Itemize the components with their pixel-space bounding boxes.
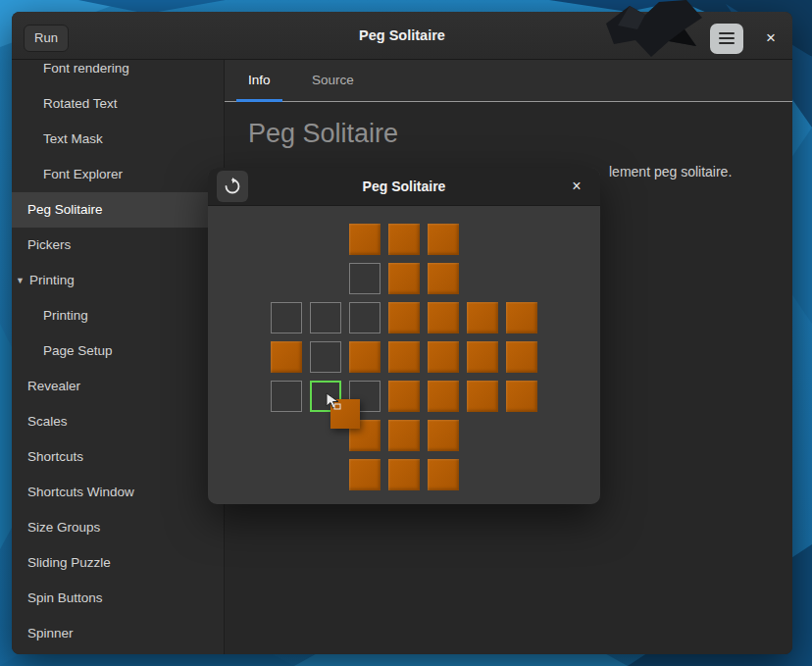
peg[interactable] [349, 224, 381, 255]
peg[interactable] [428, 224, 459, 255]
sidebar-item-label: Spin Buttons [27, 590, 103, 605]
peg[interactable] [506, 302, 537, 333]
sidebar-item-label: Scales [27, 414, 68, 429]
peg[interactable] [349, 341, 381, 373]
sidebar-item-spinner[interactable]: Spinner [12, 616, 224, 651]
sidebar-item-printing[interactable]: Printing [12, 298, 224, 333]
dialog-close-button[interactable]: × [563, 171, 590, 202]
sidebar-item-page-setup[interactable]: Page Setup [12, 333, 224, 369]
sidebar-item-pickers[interactable]: Pickers [12, 228, 224, 263]
peg[interactable] [467, 302, 498, 333]
peg-solitaire-dialog: Peg Solitaire × [208, 168, 600, 504]
sidebar-item-label: Printing [29, 273, 75, 287]
expander-arrow-icon[interactable]: ▼ [16, 263, 25, 298]
sidebar-item-label: Font rendering [43, 61, 129, 76]
sidebar-item-label: Shortcuts [27, 449, 83, 464]
sidebar-item-label: Page Setup [43, 343, 113, 358]
sidebar-item-font-explorer[interactable]: Font Explorer [12, 157, 224, 192]
peg[interactable] [388, 459, 420, 490]
sidebar-item-label: Sliding Puzzle [27, 555, 111, 570]
sidebar-item-sliding-puzzle[interactable]: Sliding Puzzle [12, 545, 224, 581]
sidebar-item-label: Spinner [27, 626, 74, 640]
peg[interactable] [506, 341, 537, 373]
desktop: { "colors": { "accent_blue": "#3584e4", … [0, 0, 812, 666]
page-title: Peg Solitaire [248, 119, 398, 149]
sidebar-item-label: Font Explorer [43, 167, 123, 181]
sidebar-item-label: Text Mask [43, 131, 103, 146]
hole[interactable] [310, 341, 341, 373]
sidebar-item-label: Shortcuts Window [27, 485, 134, 499]
sidebar-item-label: Revealer [27, 379, 80, 393]
peg[interactable] [349, 459, 381, 490]
sidebar-item-revealer[interactable]: Revealer [12, 369, 224, 404]
hole[interactable] [271, 381, 302, 412]
peg[interactable] [428, 420, 459, 451]
drag-cursor-icon [324, 391, 343, 411]
peg[interactable] [388, 341, 420, 373]
peg[interactable] [428, 459, 459, 490]
hole[interactable] [349, 302, 381, 333]
description-text: lement peg solitaire. [609, 164, 732, 179]
sidebar: Font renderingRotated TextText MaskFont … [12, 60, 225, 654]
hole[interactable] [349, 263, 381, 294]
window-close-button[interactable]: × [755, 24, 787, 54]
hole[interactable] [271, 302, 302, 333]
sidebar-item-peg-solitaire[interactable]: Peg Solitaire [12, 192, 224, 228]
peg[interactable] [428, 381, 459, 412]
window-title: Peg Solitaire [12, 12, 792, 59]
primary-menu-button[interactable] [710, 24, 743, 54]
tab-bar: InfoSource [225, 60, 792, 102]
board [208, 205, 600, 504]
hole[interactable] [310, 302, 341, 333]
peg[interactable] [388, 302, 420, 333]
peg[interactable] [506, 381, 537, 412]
sidebar-item-shortcuts[interactable]: Shortcuts [12, 439, 224, 475]
sidebar-item-font-rendering[interactable]: Font rendering [12, 60, 224, 86]
tab-source[interactable]: Source [312, 60, 354, 101]
sidebar-item-label: Pickers [27, 237, 71, 252]
sidebar-list: Font renderingRotated TextText MaskFont … [12, 60, 224, 651]
sidebar-item-printing[interactable]: ▼Printing [12, 263, 224, 298]
peg[interactable] [428, 263, 459, 294]
peg[interactable] [467, 381, 498, 412]
peg[interactable] [388, 263, 420, 294]
peg[interactable] [388, 420, 420, 451]
peg[interactable] [467, 341, 498, 373]
sidebar-item-scales[interactable]: Scales [12, 404, 224, 439]
sidebar-item-shortcuts-window[interactable]: Shortcuts Window [12, 475, 224, 510]
sidebar-item-spin-buttons[interactable]: Spin Buttons [12, 581, 224, 616]
sidebar-item-text-mask[interactable]: Text Mask [12, 122, 224, 157]
peg[interactable] [271, 341, 302, 373]
sidebar-item-rotated-text[interactable]: Rotated Text [12, 86, 224, 122]
sidebar-item-label: Printing [43, 308, 88, 323]
sidebar-item-label: Peg Solitaire [27, 202, 103, 217]
sidebar-item-label: Size Groups [27, 520, 100, 535]
tab-info[interactable]: Info [248, 60, 271, 101]
peg[interactable] [388, 381, 420, 412]
peg[interactable] [428, 341, 459, 373]
sidebar-item-size-groups[interactable]: Size Groups [12, 510, 224, 545]
dialog-headerbar: Peg Solitaire × [208, 168, 600, 206]
peg[interactable] [428, 302, 459, 333]
sidebar-item-label: Rotated Text [43, 96, 118, 111]
headerbar: Run Peg Solitaire × [12, 12, 792, 60]
hamburger-icon [719, 37, 735, 39]
dialog-title: Peg Solitaire [208, 168, 600, 205]
peg[interactable] [388, 224, 420, 255]
